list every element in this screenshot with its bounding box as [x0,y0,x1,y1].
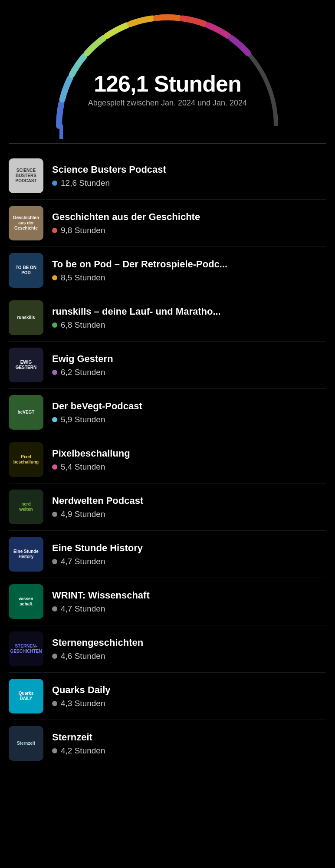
podcast-artwork-label: nerd welten [9,490,43,524]
duration-dot [52,559,57,564]
podcast-duration: 4,7 Stunden [52,604,326,614]
gauge-hours: 126,1 Stunden [88,71,247,97]
podcast-name: Der beVegt-Podcast [52,400,326,413]
podcast-artwork-label: STERNEN- GESCHICHTEN [9,631,43,666]
duration-text: 6,2 Stunden [61,368,105,377]
podcast-name: Science Busters Podcast [52,164,326,176]
podcast-item[interactable]: nerd weltenNerdwelten Podcast4,9 Stunden [9,483,326,531]
podcast-name: WRINT: Wissenschaft [52,589,326,602]
duration-text: 4,7 Stunden [61,557,105,566]
duration-dot [52,512,57,517]
podcast-name: Ewig Gestern [52,353,326,365]
duration-text: 12,6 Stunden [61,178,110,188]
podcast-name: Pixelbeschallung [52,447,326,460]
podcast-name: Geschichten aus der Geschichte [52,211,326,224]
duration-dot [52,606,57,612]
duration-dot [52,417,57,422]
podcast-name: runskills – deine Lauf- und Maratho... [52,306,326,318]
podcast-item[interactable]: STERNEN- GESCHICHTENSternengeschichten4,… [9,625,326,673]
podcast-duration: 4,6 Stunden [52,651,326,661]
podcast-artwork: wissen schaft [9,584,43,619]
podcast-artwork-label: Pixel beschallung [9,442,43,477]
podcast-artwork: TO BE ON POD [9,253,43,288]
podcast-item[interactable]: Quarks DAILYQuarks Daily4,3 Stunden [9,673,326,720]
duration-text: 5,9 Stunden [61,415,105,424]
podcast-item[interactable]: EWIG GESTERNEwig Gestern6,2 Stunden [9,342,326,389]
podcast-item[interactable]: SCIENCE BUSTERS PODCASTScience Busters P… [9,152,326,200]
podcast-artwork-label: Quarks DAILY [9,679,43,713]
podcast-item[interactable]: SternzeitSternzeit4,2 Stunden [9,720,326,767]
podcast-artwork: EWIG GESTERN [9,348,43,382]
podcast-info: Quarks Daily4,3 Stunden [52,684,326,709]
podcast-info: Eine Stunde History4,7 Stunden [52,542,326,567]
duration-text: 8,5 Stunden [61,273,105,283]
podcast-info: Pixelbeschallung5,4 Stunden [52,447,326,472]
duration-text: 4,3 Stunden [61,699,105,708]
gauge-text-container: 126,1 Stunden Abgespielt zwischen Jan. 2… [88,71,247,108]
podcast-name: Nerdwelten Podcast [52,495,326,507]
podcast-artwork: beVEGT [9,395,43,430]
gauge-section: 126,1 Stunden Abgespielt zwischen Jan. 2… [0,0,335,139]
podcast-duration: 5,9 Stunden [52,415,326,424]
podcast-name: To be on Pod – Der Retrospiele-Podc... [52,258,326,271]
podcast-duration: 8,5 Stunden [52,273,326,283]
podcast-duration: 4,3 Stunden [52,699,326,708]
podcast-name: Quarks Daily [52,684,326,697]
podcast-info: Sternengeschichten4,6 Stunden [52,637,326,661]
podcast-item[interactable]: wissen schaftWRINT: Wissenschaft4,7 Stun… [9,578,326,625]
podcast-info: Science Busters Podcast12,6 Stunden [52,164,326,188]
podcast-artwork: Sternzeit [9,726,43,761]
podcast-artwork-label: beVEGT [9,395,43,430]
duration-dot [52,464,57,470]
podcast-duration: 5,4 Stunden [52,462,326,472]
podcast-item[interactable]: beVEGTDer beVegt-Podcast5,9 Stunden [9,389,326,436]
podcast-name: Sternengeschichten [52,637,326,649]
podcast-duration: 6,8 Stunden [52,320,326,330]
podcast-info: Nerdwelten Podcast4,9 Stunden [52,495,326,519]
gauge-arc [0,0,335,139]
podcast-artwork-label: Eine Stunde History [9,537,43,572]
podcast-item[interactable]: Eine Stunde HistoryEine Stunde History4,… [9,531,326,578]
duration-text: 6,8 Stunden [61,320,105,330]
duration-dot [52,654,57,659]
podcast-info: Geschichten aus der Geschichte9,8 Stunde… [52,211,326,236]
gauge-subtitle: Abgespielt zwischen Jan. 2024 und Jan. 2… [88,99,247,108]
podcast-artwork-label: EWIG GESTERN [9,348,43,382]
duration-text: 5,4 Stunden [61,462,105,472]
podcast-name: Sternzeit [52,731,326,744]
duration-text: 4,6 Stunden [61,651,105,661]
podcast-duration: 6,2 Stunden [52,368,326,377]
podcast-item[interactable]: runskillsrunskills – deine Lauf- und Mar… [9,294,326,342]
duration-dot [52,275,57,280]
podcast-item[interactable]: Geschichten aus der GeschichteGeschichte… [9,200,326,247]
duration-text: 9,8 Stunden [61,226,105,235]
duration-text: 4,7 Stunden [61,604,105,614]
podcast-artwork: runskills [9,300,43,335]
podcast-info: Der beVegt-Podcast5,9 Stunden [52,400,326,425]
podcast-info: runskills – deine Lauf- und Maratho...6,… [52,306,326,330]
podcast-duration: 4,9 Stunden [52,510,326,519]
podcast-info: WRINT: Wissenschaft4,7 Stunden [52,589,326,614]
podcast-info: Ewig Gestern6,2 Stunden [52,353,326,378]
podcast-artwork-label: Geschichten aus der Geschichte [9,206,43,240]
podcast-artwork-label: Sternzeit [9,726,43,761]
podcast-artwork: Geschichten aus der Geschichte [9,206,43,240]
podcast-artwork: Pixel beschallung [9,442,43,477]
podcast-info: To be on Pod – Der Retrospiele-Podc...8,… [52,258,326,283]
podcast-artwork: Quarks DAILY [9,679,43,713]
section-divider [9,143,326,144]
podcast-artwork-label: TO BE ON POD [9,253,43,288]
podcast-item[interactable]: Pixel beschallungPixelbeschallung5,4 Stu… [9,436,326,483]
podcast-item[interactable]: TO BE ON PODTo be on Pod – Der Retrospie… [9,247,326,294]
podcast-artwork: STERNEN- GESCHICHTEN [9,631,43,666]
podcast-duration: 12,6 Stunden [52,178,326,188]
podcast-artwork: SCIENCE BUSTERS PODCAST [9,158,43,193]
podcast-artwork-label: wissen schaft [9,584,43,619]
podcast-duration: 9,8 Stunden [52,226,326,235]
podcast-duration: 4,2 Stunden [52,746,326,756]
podcast-info: Sternzeit4,2 Stunden [52,731,326,756]
podcast-artwork: Eine Stunde History [9,537,43,572]
duration-dot [52,701,57,706]
podcast-list: SCIENCE BUSTERS PODCASTScience Busters P… [0,148,335,771]
duration-dot [52,370,57,375]
